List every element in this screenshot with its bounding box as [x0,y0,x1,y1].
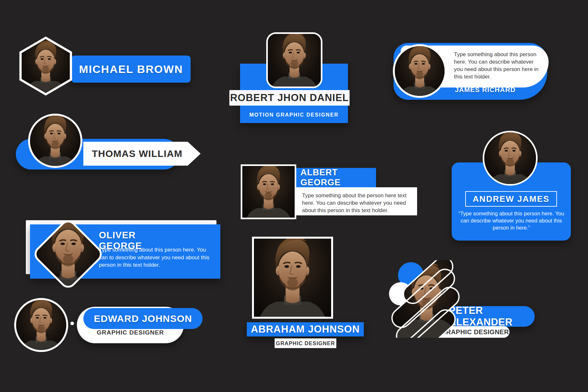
person-name: JAMES RICHARD [455,86,545,94]
person-name: ANDREW JAMES [465,191,557,207]
description-text: “Type something about this person here. … [456,210,566,231]
connector-dot [70,322,74,325]
name-banner: EDWARD JOHNSON [83,308,203,329]
name-banner: ALBERT GEORGE [293,168,376,187]
name-banner-arrow: THOMAS WILLIAM [83,142,201,166]
person-role: GRAPHIC DESIGNER [77,329,184,336]
person-role: GRAPHIC DESIGNER [275,338,336,348]
avatar-photo [241,164,296,219]
avatar-photo-capsule-stripes [388,260,465,338]
name-banner: ABRAHAM JOHNSON [247,322,364,336]
description-text: Type something about the person here tex… [302,192,413,214]
avatar-photo-hexagon [19,36,72,96]
name-banner: MICHAEL BROWN [71,56,191,83]
avatar-photo [266,32,322,88]
lower-thirds-template-sheet: MICHAEL BROWN ROBERT JHON DANIEL MOTION … [0,0,588,392]
avatar-photo [14,298,68,352]
avatar-photo [28,114,82,168]
description-text: Type something about this person here. Y… [99,246,214,269]
avatar-photo [252,237,333,319]
avatar-photo [393,44,446,98]
avatar-photo [22,39,70,93]
description-text: Type something about this person here. Y… [454,51,539,80]
person-role: MOTION GRAPHIC DESIGNER [240,110,348,120]
avatar-photo [483,131,538,186]
name-banner: ROBERT JHON DANIEL [229,90,350,106]
